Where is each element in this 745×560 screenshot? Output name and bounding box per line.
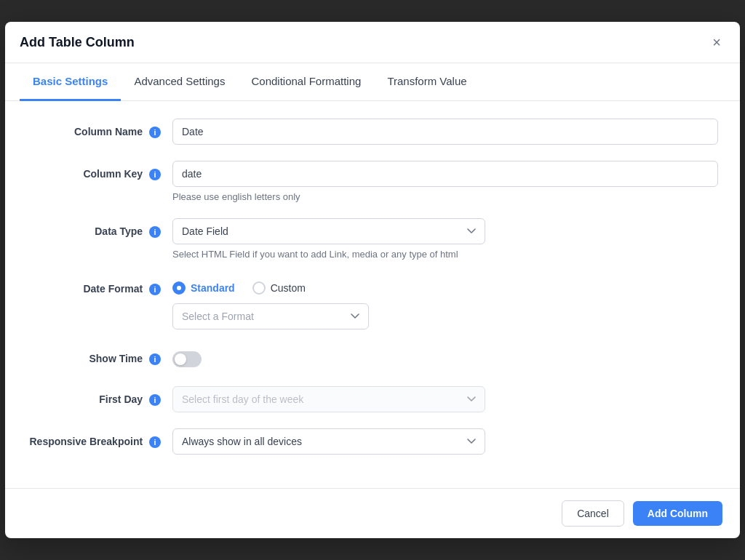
show-time-label: Show Time i <box>27 345 172 365</box>
date-format-label: Date Format i <box>27 276 172 295</box>
cancel-button[interactable]: Cancel <box>562 500 624 527</box>
column-name-input[interactable] <box>172 119 718 145</box>
column-name-control <box>172 119 718 145</box>
tab-conditional-formatting[interactable]: Conditional Formatting <box>238 63 374 101</box>
first-day-select[interactable]: Select first day of the week Sunday Mond… <box>172 386 485 412</box>
date-format-info-icon: i <box>149 284 161 295</box>
modal-footer: Cancel Add Column <box>5 488 740 538</box>
modal-title: Add Table Column <box>20 35 135 50</box>
column-key-input[interactable] <box>172 161 718 187</box>
modal-header: Add Table Column × <box>5 22 740 63</box>
show-time-info-icon: i <box>149 353 161 365</box>
first-day-control: Select first day of the week Sunday Mond… <box>172 386 718 412</box>
responsive-breakpoint-info-icon: i <box>149 436 161 448</box>
responsive-breakpoint-row: Responsive Breakpoint i Always show in a… <box>27 428 718 455</box>
show-time-control <box>172 345 718 370</box>
data-type-hint: Select HTML Field if you want to add Lin… <box>172 249 718 260</box>
modal-body: Column Name i Column Key i Please use en… <box>5 101 740 488</box>
column-name-info-icon: i <box>149 127 161 138</box>
date-format-radio-group: Standard Custom <box>172 276 718 295</box>
column-key-control: Please use english letters only <box>172 161 718 202</box>
close-button[interactable]: × <box>708 33 725 51</box>
date-format-select[interactable]: Select a Format DD/MM/YYYY MM/DD/YYYY YY… <box>172 303 369 329</box>
data-type-info-icon: i <box>149 226 161 238</box>
data-type-row: Data Type i Date Field Text Field Number… <box>27 218 718 260</box>
column-name-row: Column Name i <box>27 119 718 145</box>
column-key-hint: Please use english letters only <box>172 191 718 202</box>
custom-radio-label: Custom <box>271 282 306 294</box>
first-day-label: First Day i <box>27 386 172 406</box>
toggle-slider <box>172 351 202 367</box>
data-type-control: Date Field Text Field Number Field HTML … <box>172 218 718 260</box>
responsive-breakpoint-label: Responsive Breakpoint i <box>27 428 172 448</box>
standard-radio-indicator <box>172 281 186 295</box>
column-key-info-icon: i <box>149 169 161 180</box>
date-format-control: Standard Custom Select a Format DD/MM/YY… <box>172 276 718 329</box>
date-format-standard-radio[interactable]: Standard <box>172 281 235 295</box>
date-format-row: Date Format i Standard Custom <box>27 276 718 329</box>
add-column-button[interactable]: Add Column <box>633 501 722 526</box>
tab-advanced-settings[interactable]: Advanced Settings <box>121 63 238 101</box>
data-type-select[interactable]: Date Field Text Field Number Field HTML … <box>172 218 485 244</box>
column-key-label: Column Key i <box>27 161 172 180</box>
tabs-bar: Basic Settings Advanced Settings Conditi… <box>5 63 740 101</box>
show-time-toggle[interactable] <box>172 351 202 367</box>
custom-radio-indicator <box>252 281 266 295</box>
tab-transform-value[interactable]: Transform Value <box>374 63 479 101</box>
date-format-custom-radio[interactable]: Custom <box>252 281 306 295</box>
data-type-label: Data Type i <box>27 218 172 238</box>
show-time-row: Show Time i <box>27 345 718 370</box>
column-key-row: Column Key i Please use english letters … <box>27 161 718 202</box>
modal: Add Table Column × Basic Settings Advanc… <box>5 22 740 538</box>
modal-overlay: Add Table Column × Basic Settings Advanc… <box>0 0 745 560</box>
tab-basic-settings[interactable]: Basic Settings <box>20 63 121 101</box>
responsive-breakpoint-select[interactable]: Always show in all devices Hide on mobil… <box>172 428 485 455</box>
standard-radio-label: Standard <box>191 282 235 294</box>
column-name-label: Column Name i <box>27 119 172 138</box>
first-day-row: First Day i Select first day of the week… <box>27 386 718 412</box>
first-day-info-icon: i <box>149 394 161 406</box>
responsive-breakpoint-control: Always show in all devices Hide on mobil… <box>172 428 718 455</box>
